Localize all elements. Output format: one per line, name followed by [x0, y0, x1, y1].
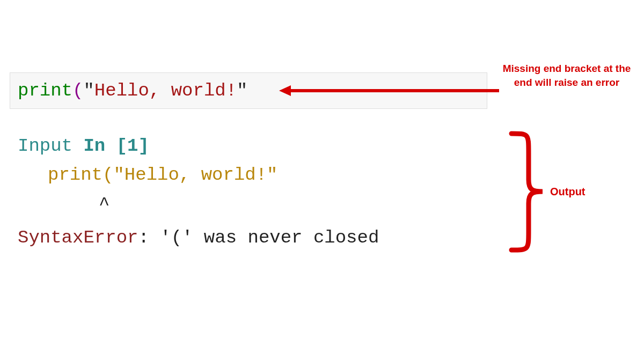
curly-brace-icon	[507, 131, 545, 252]
arrow-left-icon	[279, 82, 504, 102]
output-echo-quote-open: "	[113, 165, 124, 185]
output-caret-line: ^	[18, 190, 379, 219]
code-token-lparen: (	[72, 80, 83, 101]
code-token-quote-open: "	[83, 80, 94, 101]
svg-marker-1	[279, 85, 291, 96]
code-token-function: print	[18, 80, 72, 101]
output-error-message: '(' was never closed	[160, 227, 379, 248]
output-echo-quote-close: "	[267, 165, 277, 185]
annotation-output-label: Output	[550, 186, 586, 198]
caret-icon: ^	[99, 194, 109, 215]
output-input-prefix: Input	[18, 136, 83, 156]
output-echo-fn: print	[48, 165, 103, 185]
code-token-quote-close: "	[237, 80, 247, 101]
output-echo-string: Hello, world!	[125, 165, 267, 185]
output-error-line: SyntaxError: '(' was never closed	[18, 223, 379, 252]
output-block: Input In [1] print("Hello, world!" ^ Syn…	[18, 131, 379, 253]
output-error-colon: :	[138, 227, 160, 248]
output-error-name: SyntaxError	[18, 227, 138, 248]
annotation-missing-bracket: Missing end bracket at the end will rais…	[502, 62, 631, 89]
output-echo-line: print("Hello, world!"	[18, 160, 379, 189]
output-input-label: In [1]	[83, 136, 149, 156]
output-echo-lparen: (	[103, 165, 113, 185]
code-token-string: Hello, world!	[94, 80, 237, 101]
output-input-line: Input In [1]	[18, 131, 379, 160]
